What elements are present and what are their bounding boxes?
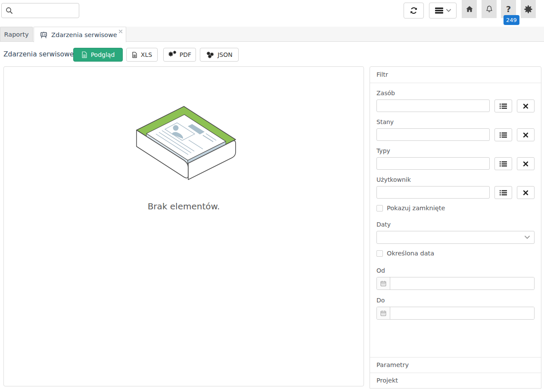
show-closed-checkbox[interactable]: Pokazuj zamknięte [376,205,535,212]
tab-label: Zdarzenia serwisowe [51,31,117,38]
checkbox-label: Określona data [387,250,434,257]
filter-field-stany: Stany [376,118,535,141]
list-icon [500,190,507,196]
search-icon [6,7,13,14]
hamburger-menu-icon [435,7,443,14]
uzytkownik-input[interactable] [376,186,490,199]
checkbox-box[interactable] [376,205,383,212]
checkbox-box[interactable] [376,250,383,257]
filter-field-zasob: Zasób [376,90,535,112]
button-label: XLS [141,51,152,58]
chevron-down-icon [525,236,530,239]
filter-field-uzytkownik: Użytkownik [376,176,535,199]
empty-message: Brak elementów. [119,201,249,212]
main-menu-button[interactable] [429,3,457,19]
uzytkownik-list-button[interactable] [494,186,512,199]
export-json-button[interactable]: JSON [200,48,239,62]
file-icon [132,52,137,58]
refresh-icon [409,6,418,15]
tab-label: Raporty [4,31,29,38]
cogs-cluster-icon [206,51,214,59]
filter-field-typy: Typy [376,147,535,170]
typy-input[interactable] [376,157,490,170]
field-label: Daty [376,221,535,228]
field-label: Od [376,267,535,274]
field-label: Typy [376,147,535,154]
close-icon[interactable] [118,29,123,34]
checkbox-label: Pokazuj zamknięte [387,205,445,212]
clear-x-icon [523,190,528,196]
home-button[interactable] [462,0,477,18]
search-input[interactable] [16,7,75,14]
file-icon [81,51,87,58]
list-icon [500,103,507,109]
typy-clear-button[interactable] [517,157,535,170]
refresh-button[interactable] [404,3,424,19]
date-from-field: Od [376,267,535,290]
tab-bar: Raporty Zdarzenia serwisowe [0,27,544,42]
settings-button[interactable] [521,0,536,18]
presentation-icon [40,31,47,38]
calendar-icon[interactable] [377,277,390,289]
home-icon [465,5,474,13]
tab-zdarzenia-serwisowe[interactable]: Zdarzenia serwisowe [34,27,126,42]
page-title: Zdarzenia serwisowe [3,50,74,58]
specific-date-checkbox[interactable]: Określona data [376,250,535,257]
zasob-clear-button[interactable] [517,100,535,112]
field-label: Stany [376,118,535,125]
zasob-input[interactable] [376,100,490,112]
section-parametry[interactable]: Parametry [370,357,541,373]
filter-panel-header[interactable]: Filtr [370,67,541,83]
stany-input[interactable] [376,128,490,141]
uzytkownik-clear-button[interactable] [517,186,535,199]
gear-icon [524,5,533,14]
filter-panel-body: Zasób [370,83,541,357]
stany-clear-button[interactable] [517,128,535,141]
chevron-down-icon [446,9,451,12]
calendar-icon[interactable] [377,307,390,319]
list-icon [500,161,507,167]
field-label: Do [376,297,535,304]
search-box[interactable] [1,3,79,18]
stany-list-button[interactable] [494,128,512,141]
zasob-list-button[interactable] [494,100,512,112]
tab-raporty[interactable]: Raporty [0,27,33,42]
clear-x-icon [523,103,528,109]
date-to-input[interactable] [390,307,534,319]
list-icon [500,132,507,138]
notifications-button[interactable] [482,0,497,18]
report-preview-area: Brak elementów. [3,66,364,386]
clear-x-icon [523,132,528,138]
date-to-field: Do [376,297,535,320]
date-from-input[interactable] [390,277,534,289]
daty-select[interactable] [376,231,535,244]
preview-button[interactable]: Podgląd [73,48,123,62]
field-label: Zasób [376,90,535,96]
notification-count-badge[interactable]: 249 [504,15,519,25]
export-pdf-button[interactable]: PDF [163,48,196,62]
section-projekt[interactable]: Projekt [370,373,541,388]
clear-x-icon [523,161,528,167]
button-label: JSON [218,51,233,58]
typy-list-button[interactable] [494,157,512,170]
filter-panel: Filtr Zasób [370,66,541,389]
empty-state: Brak elementów. [119,100,249,212]
empty-tray-illustration [119,100,249,187]
button-label: PDF [180,51,191,58]
filter-field-daty: Daty [376,221,535,244]
field-label: Użytkownik [376,176,535,183]
bell-icon [485,5,494,13]
cogs-icon [168,51,176,59]
export-xls-button[interactable]: XLS [126,48,158,62]
button-label: Podgląd [91,51,115,58]
question-icon: ? [506,4,511,14]
